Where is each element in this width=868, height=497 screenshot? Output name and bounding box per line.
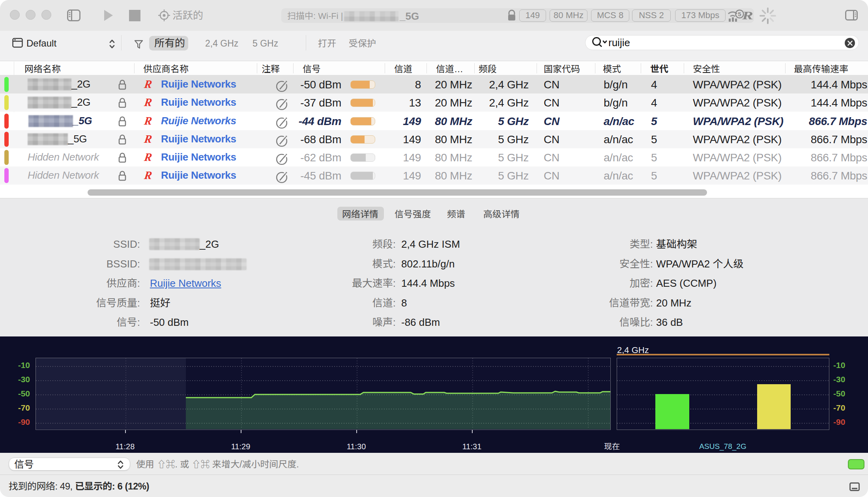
svg-text:5: 5 <box>738 11 741 17</box>
